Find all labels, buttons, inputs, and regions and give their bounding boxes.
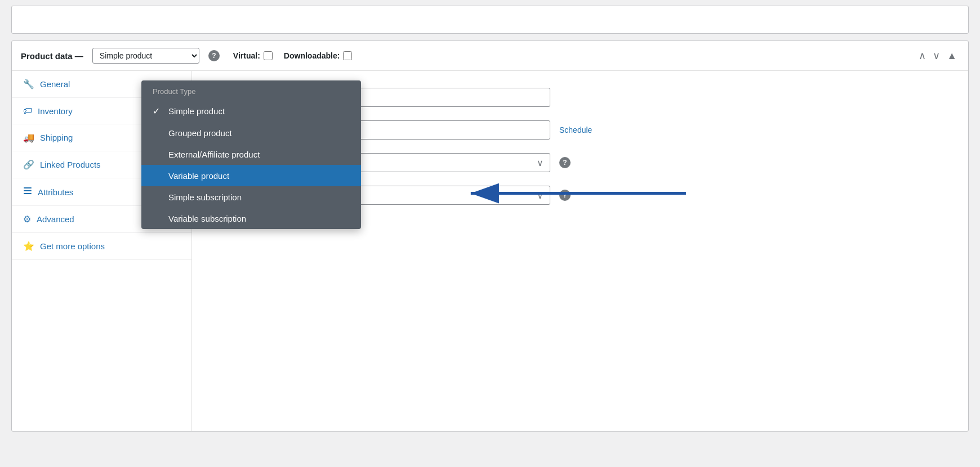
tax-class-help-icon[interactable]: ?: [559, 190, 571, 201]
check-mark-grouped: [153, 128, 162, 138]
virtual-label[interactable]: Virtual:: [233, 51, 273, 60]
sidebar-item-label-get-more: Get more options: [40, 241, 105, 251]
wrench-icon: 🔧: [23, 79, 34, 89]
tax-status-help-icon[interactable]: ?: [559, 157, 571, 168]
dropdown-item-simple-sub[interactable]: Simple subscription: [141, 186, 361, 208]
star-icon: ⭐: [23, 241, 34, 252]
product-type-dropdown: Product Type ✓ Simple product Grouped pr…: [141, 80, 361, 229]
top-bar: [11, 6, 969, 34]
downloadable-label[interactable]: Downloadable:: [284, 51, 353, 60]
dropdown-item-variable-sub[interactable]: Variable subscription: [141, 208, 361, 229]
collapse-down-button[interactable]: ∨: [930, 48, 942, 63]
sidebar-item-get-more[interactable]: ⭐ Get more options: [12, 233, 191, 260]
gear-icon: ⚙: [23, 214, 31, 224]
truck-icon: 🚚: [23, 132, 34, 143]
sidebar-item-label-general: General: [40, 79, 70, 89]
check-mark-variable-sub: [153, 213, 162, 223]
dropdown-label-simple: Simple product: [168, 106, 225, 116]
svg-rect-0: [24, 187, 32, 188]
dropdown-label-variable: Variable product: [168, 171, 229, 181]
product-data-title: Product data —: [21, 51, 83, 61]
sidebar-item-label-inventory: Inventory: [38, 106, 73, 116]
dropdown-label-grouped: Grouped product: [168, 128, 232, 138]
dropdown-label-external: External/Affiliate product: [168, 150, 260, 159]
virtual-checkbox[interactable]: [264, 51, 273, 60]
check-mark-variable: [153, 170, 162, 181]
product-data-section: Product data — Simple product Grouped pr…: [11, 41, 969, 432]
page-wrapper: Product data — Simple product Grouped pr…: [0, 6, 980, 467]
svg-rect-1: [24, 190, 32, 191]
sidebar-item-label-shipping: Shipping: [40, 133, 73, 142]
svg-rect-2: [24, 193, 32, 194]
sidebar-item-label-attributes: Attributes: [38, 187, 73, 197]
expand-button[interactable]: ▲: [945, 49, 959, 63]
check-mark-simple: ✓: [153, 106, 162, 116]
sidebar-item-label-linked: Linked Products: [40, 160, 101, 169]
dropdown-label-variable-sub: Variable subscription: [168, 214, 246, 223]
link-icon: 🔗: [23, 159, 34, 170]
dropdown-item-external[interactable]: External/Affiliate product: [141, 143, 361, 165]
header-controls: ∧ ∨ ▲: [916, 48, 959, 63]
product-data-header: Product data — Simple product Grouped pr…: [12, 41, 968, 71]
dropdown-item-variable[interactable]: Variable product: [141, 165, 361, 186]
collapse-up-button[interactable]: ∧: [916, 48, 928, 63]
product-type-select[interactable]: Simple product Grouped product External/…: [92, 48, 199, 64]
dropdown-label-simple-sub: Simple subscription: [168, 192, 242, 202]
check-mark-simple-sub: [153, 192, 162, 202]
schedule-link[interactable]: Schedule: [559, 125, 592, 134]
dropdown-item-simple[interactable]: ✓ Simple product: [141, 100, 361, 122]
downloadable-checkbox[interactable]: [343, 51, 352, 60]
tag-icon: 🏷: [23, 106, 32, 116]
dropdown-title: Product Type: [141, 80, 361, 100]
list-icon: [23, 186, 32, 197]
dropdown-item-grouped[interactable]: Grouped product: [141, 122, 361, 143]
virtual-downloadable-group: Virtual: Downloadable:: [233, 51, 353, 60]
check-mark-external: [153, 149, 162, 159]
sidebar-item-label-advanced: Advanced: [37, 214, 74, 224]
help-icon[interactable]: ?: [208, 50, 220, 61]
